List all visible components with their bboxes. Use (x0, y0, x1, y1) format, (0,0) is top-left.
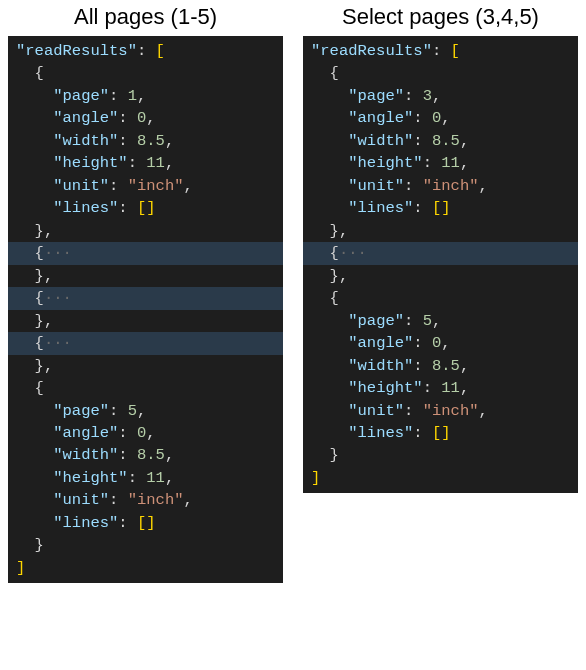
code-line: "height": 11, (303, 377, 578, 399)
left-panel-title: All pages (1-5) (8, 4, 283, 30)
value: 8.5 (137, 446, 165, 464)
ellipsis-icon: ··· (44, 244, 72, 262)
code-line: "width": 8.5, (8, 130, 283, 152)
value: 0 (137, 109, 146, 127)
key-label: unit (358, 402, 395, 420)
key-label: height (358, 154, 414, 172)
key-label: lines (358, 424, 405, 442)
right-panel: Select pages (3,4,5) "readResults": [ { … (303, 4, 578, 583)
value: 11 (441, 379, 460, 397)
code-line: { (8, 62, 283, 84)
key-label: unit (358, 177, 395, 195)
code-line: { (303, 287, 578, 309)
code-line: ] (8, 557, 283, 579)
value: 0 (432, 334, 441, 352)
key-label: unit (63, 491, 100, 509)
key-label: angle (358, 109, 405, 127)
collapsed-row[interactable]: {··· (303, 242, 578, 264)
collapsed-row[interactable]: {··· (8, 332, 283, 354)
code-line: }, (8, 310, 283, 332)
code-line: "lines": [] (303, 197, 578, 219)
code-line: "page": 3, (303, 85, 578, 107)
code-line: "lines": [] (303, 422, 578, 444)
collapsed-row[interactable]: {··· (8, 287, 283, 309)
code-line: "page": 5, (303, 310, 578, 332)
value: 3 (423, 87, 432, 105)
code-line: "unit": "inch", (8, 489, 283, 511)
code-line: "readResults": [ (8, 40, 283, 62)
code-line: "angle": 0, (303, 332, 578, 354)
code-line: }, (8, 265, 283, 287)
value: inch (137, 177, 174, 195)
root-key: readResults (320, 42, 422, 60)
ellipsis-icon: ··· (44, 289, 72, 307)
right-code-block: "readResults": [ { "page": 3, "angle": 0… (303, 36, 578, 493)
code-line: "height": 11, (8, 467, 283, 489)
key-label: lines (63, 514, 110, 532)
right-panel-title: Select pages (3,4,5) (303, 4, 578, 30)
code-line: { (303, 62, 578, 84)
code-line: }, (8, 355, 283, 377)
code-line: "unit": "inch", (8, 175, 283, 197)
code-line: "height": 11, (303, 152, 578, 174)
value: 11 (146, 154, 165, 172)
key-label: page (63, 87, 100, 105)
key-label: lines (63, 199, 110, 217)
code-line: "page": 5, (8, 400, 283, 422)
value: 11 (146, 469, 165, 487)
key-label: angle (63, 109, 110, 127)
value: 8.5 (137, 132, 165, 150)
value: inch (137, 491, 174, 509)
key-label: width (358, 357, 405, 375)
code-line: "height": 11, (8, 152, 283, 174)
key-label: unit (63, 177, 100, 195)
code-line: }, (303, 265, 578, 287)
code-line: "width": 8.5, (303, 130, 578, 152)
value: inch (432, 177, 469, 195)
code-line: "width": 8.5, (8, 444, 283, 466)
value: inch (432, 402, 469, 420)
code-line: "angle": 0, (303, 107, 578, 129)
key-label: height (63, 469, 119, 487)
ellipsis-icon: ··· (44, 334, 72, 352)
key-label: page (358, 312, 395, 330)
code-line: "page": 1, (8, 85, 283, 107)
value: 5 (128, 402, 137, 420)
key-label: width (358, 132, 405, 150)
code-line: }, (303, 220, 578, 242)
code-line: { (8, 377, 283, 399)
key-label: width (63, 132, 110, 150)
code-line: ] (303, 467, 578, 489)
code-line: } (303, 444, 578, 466)
key-label: page (358, 87, 395, 105)
code-line: "angle": 0, (8, 422, 283, 444)
value: 0 (432, 109, 441, 127)
value: 8.5 (432, 357, 460, 375)
value: 8.5 (432, 132, 460, 150)
left-code-block: "readResults": [ { "page": 1, "angle": 0… (8, 36, 283, 583)
key-label: lines (358, 199, 405, 217)
key-label: angle (63, 424, 110, 442)
code-line: } (8, 534, 283, 556)
value: 0 (137, 424, 146, 442)
code-line: "lines": [] (8, 197, 283, 219)
ellipsis-icon: ··· (339, 244, 367, 262)
value: 5 (423, 312, 432, 330)
key-label: height (358, 379, 414, 397)
key-label: width (63, 446, 110, 464)
root-key: readResults (25, 42, 127, 60)
code-line: "unit": "inch", (303, 175, 578, 197)
value: 11 (441, 154, 460, 172)
code-line: "unit": "inch", (303, 400, 578, 422)
code-line: }, (8, 220, 283, 242)
key-label: height (63, 154, 119, 172)
code-line: "lines": [] (8, 512, 283, 534)
key-label: page (63, 402, 100, 420)
code-line: "width": 8.5, (303, 355, 578, 377)
left-panel: All pages (1-5) "readResults": [ { "page… (8, 4, 283, 583)
key-label: angle (358, 334, 405, 352)
code-line: "angle": 0, (8, 107, 283, 129)
code-line: "readResults": [ (303, 40, 578, 62)
collapsed-row[interactable]: {··· (8, 242, 283, 264)
value: 1 (128, 87, 137, 105)
